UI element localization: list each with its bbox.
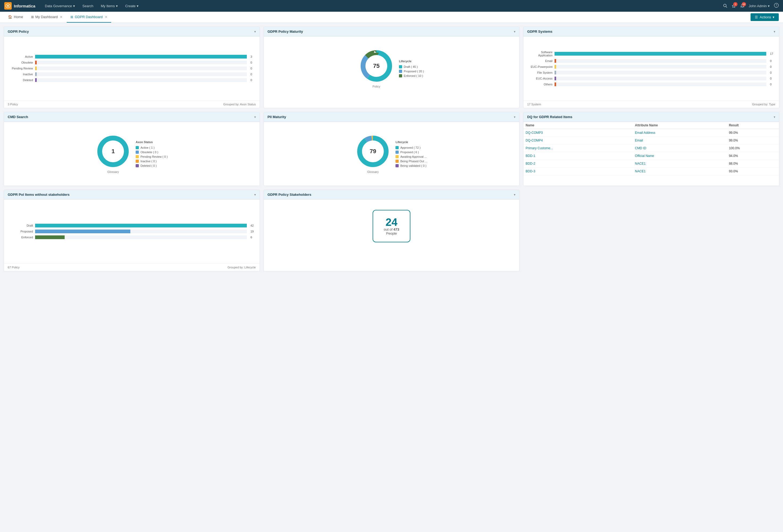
donut-label-maturity: Policy [359, 85, 394, 88]
help-button[interactable]: ? [774, 3, 779, 9]
card-header-gdpr-policy: GDPR Policy ▾ [4, 27, 259, 36]
collapse-icon[interactable]: ▾ [514, 115, 515, 119]
footer-count: 17 System [527, 103, 541, 106]
legend-label: Obsolete ( 0 ) [140, 151, 158, 154]
card-footer-gdpr-systems: 17 System Grouped by: Type [524, 100, 779, 108]
dq-attribute-link[interactable]: Email Address [635, 131, 655, 134]
dq-name-link[interactable]: BDD-2 [526, 162, 535, 165]
footer-group: Grouped by: Lifecycle [227, 266, 256, 269]
bar-track [555, 71, 766, 74]
legend-item: Proposed ( 20 ) [399, 70, 424, 73]
tab-my-dashboard[interactable]: ⊞ My Dashboard ✕ [27, 12, 66, 23]
nav-my-items[interactable]: My Items ▾ [98, 2, 121, 9]
legend-label: Draft ( 45 ) [404, 65, 418, 68]
top-nav: Informatica Data Governance ▾ Search My … [0, 0, 783, 12]
bar-row: Software Application17 [527, 51, 775, 57]
dq-attribute-link[interactable]: CMD ID [635, 146, 646, 150]
tab-close-gdpr-dashboard[interactable]: ✕ [105, 15, 107, 19]
bar-row: Pending Review0 [8, 66, 256, 70]
tab-gdpr-dashboard[interactable]: ⊞ GDPR Dashboard ✕ [67, 12, 111, 23]
legend-label: Proposed ( 20 ) [404, 70, 424, 73]
collapse-icon[interactable]: ▾ [514, 193, 515, 196]
legend-label: Inactive ( 0 ) [140, 160, 157, 163]
card-body-stakeholders: 24 out of 473 People [264, 199, 520, 253]
dq-table-scroll[interactable]: Name Attribute Name Result DQ-COMP3Email… [524, 122, 779, 175]
dq-name-link[interactable]: BDD-3 [526, 169, 535, 173]
search-button[interactable] [723, 4, 727, 8]
card-body-pol-items: Draft42Proposed19Enforced6 [4, 199, 259, 263]
bar-label: File System [527, 71, 553, 74]
dq-attribute-link[interactable]: NACE1 [635, 162, 646, 165]
collapse-icon[interactable]: ▾ [774, 30, 775, 33]
bar-value: 0 [770, 77, 775, 80]
tab-home[interactable]: 🏠 Home [4, 12, 27, 23]
dq-name-link[interactable]: Primary Custome... [526, 146, 553, 150]
legend-maturity: Lifecycle Draft ( 45 )Proposed ( 20 )Enf… [399, 60, 424, 77]
bar-track [35, 55, 247, 59]
notifications-button[interactable]: 68 [740, 4, 745, 8]
nav-links: Data Governance ▾ Search My Items ▾ Crea… [42, 2, 717, 9]
card-title-gdpr-maturity: GDPR Policy Maturity [268, 30, 303, 33]
notifications-badge: 68 [742, 2, 746, 6]
bar-fill [555, 83, 556, 86]
bar-fill [35, 66, 37, 70]
dq-attribute-link[interactable]: Email [635, 138, 643, 142]
bar-value: 6 [251, 236, 256, 239]
table-row: DQ-COMP4Email99.0% [524, 137, 779, 145]
footer-count: 67 Policy [8, 266, 20, 269]
bar-fill [555, 52, 766, 56]
bar-value: 0 [770, 65, 775, 68]
alerts-badge: 3 [733, 2, 738, 6]
card-header-pii: PII Maturity ▾ [264, 112, 520, 122]
collapse-icon[interactable]: ▾ [254, 115, 256, 119]
dq-name-link[interactable]: DQ-COMP4 [526, 138, 543, 142]
donut-wrap-pii: 79 [355, 134, 390, 169]
dq-result: 94.0% [727, 152, 779, 160]
logo[interactable]: Informatica [4, 2, 35, 9]
bar-track [35, 66, 247, 70]
card-title-pol-items: GDPR Pol Items without stakeholders [8, 193, 70, 196]
nav-data-governance[interactable]: Data Governance ▾ [42, 2, 78, 9]
dq-attribute-link[interactable]: Official Name [635, 154, 654, 158]
tab-close-my-dashboard[interactable]: ✕ [60, 15, 63, 19]
card-body-gdpr-policy: Active3Obsolete0Pending Review0Inactive0… [4, 36, 259, 100]
legend-color [396, 160, 399, 163]
legend-label: Proposed ( 6 ) [400, 151, 419, 154]
col-result: Result [727, 122, 779, 129]
nav-search[interactable]: Search [79, 2, 97, 9]
alerts-button[interactable]: 3 [732, 4, 736, 8]
bar-track [555, 65, 766, 69]
bar-fill [555, 65, 556, 69]
card-gdpr-policy: GDPR Policy ▾ Active3Obsolete0Pending Re… [4, 27, 260, 108]
bar-row: EUC-Powerpoint0 [527, 65, 775, 69]
legend-item: Active ( 1 ) [136, 146, 167, 149]
dq-name-link[interactable]: DQ-COMP3 [526, 131, 543, 134]
dq-attribute-link[interactable]: NACE1 [635, 169, 646, 173]
card-gdpr-systems: GDPR Systems ▾ Software Application17Ema… [523, 27, 779, 108]
collapse-icon[interactable]: ▾ [254, 30, 256, 33]
user-menu[interactable]: John Admin ▾ [749, 4, 770, 8]
bar-value: 0 [251, 79, 256, 82]
donut-center-pii: 79 [370, 148, 376, 155]
bar-label: EUC-Access [527, 77, 553, 80]
bar-row: Inactive0 [8, 72, 256, 76]
actions-button[interactable]: ☰ Actions ▾ [751, 13, 779, 21]
dq-result: 93.0% [727, 167, 779, 175]
bar-value: 0 [770, 59, 775, 63]
table-row: BDD-1Official Name94.0% [524, 152, 779, 160]
legend-label: Active ( 1 ) [140, 146, 155, 149]
collapse-icon[interactable]: ▾ [514, 30, 515, 33]
bar-track [35, 224, 247, 227]
bar-track [35, 236, 247, 239]
legend-title: Lifecycle [399, 60, 424, 63]
svg-text:?: ? [776, 4, 777, 7]
collapse-icon[interactable]: ▾ [774, 115, 775, 119]
collapse-icon[interactable]: ▾ [254, 193, 256, 196]
bar-row: Proposed19 [8, 229, 256, 233]
dq-result: 88.0% [727, 160, 779, 167]
dq-name-link[interactable]: BDD-1 [526, 154, 535, 158]
legend-color [399, 70, 402, 73]
nav-create[interactable]: Create ▾ [122, 2, 142, 9]
bar-value: 19 [251, 230, 256, 233]
svg-line-3 [726, 7, 727, 8]
